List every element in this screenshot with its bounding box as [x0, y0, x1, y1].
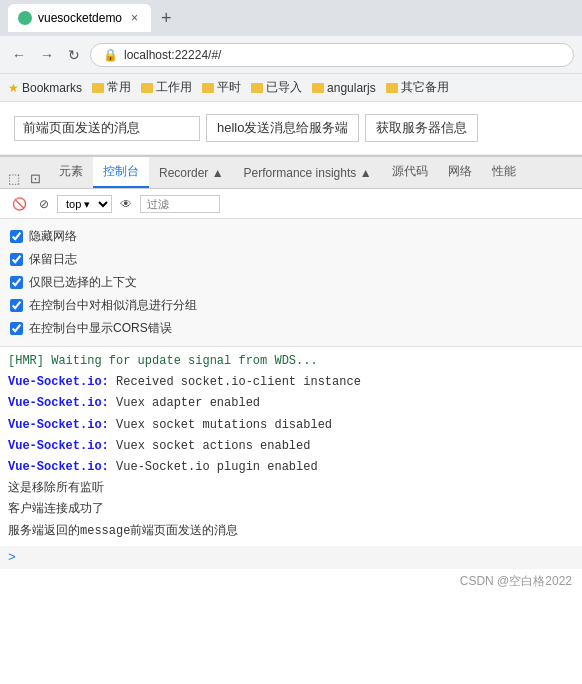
forward-button[interactable]: → — [36, 45, 58, 65]
bookmark-label-5: 其它备用 — [401, 79, 449, 96]
show-cors-label: 在控制台中显示CORS错误 — [29, 320, 172, 337]
selected-context-checkbox[interactable] — [10, 276, 23, 289]
get-server-info-button[interactable]: 获取服务器信息 — [365, 114, 478, 142]
folder-icon-0 — [92, 83, 104, 93]
folder-icon-3 — [251, 83, 263, 93]
bookmark-label-3: 已导入 — [266, 79, 302, 96]
bookmark-item-1[interactable]: 工作用 — [141, 79, 192, 96]
lock-icon: 🔒 — [103, 48, 118, 62]
devtools-left-icons: ⬚ ⊡ — [4, 169, 45, 188]
option-preserve-log: 保留日志 — [10, 248, 572, 271]
console-line-7: 客户端连接成功了 — [8, 499, 574, 520]
bookmark-item-2[interactable]: 平时 — [202, 79, 241, 96]
console-line-4: Vue-Socket.io: Vuex socket actions enabl… — [8, 436, 574, 457]
active-tab[interactable]: vuesocketdemo × — [8, 4, 151, 32]
context-selector[interactable]: top ▾ — [57, 195, 112, 213]
refresh-button[interactable]: ↻ — [64, 45, 84, 65]
folder-icon-5 — [386, 83, 398, 93]
console-line-8: 服务端返回的message前端页面发送的消息 — [8, 521, 574, 542]
folder-icon-4 — [312, 83, 324, 93]
address-bar[interactable]: 🔒 localhost:22224/#/ — [90, 43, 574, 67]
bookmarks-bar: ★ Bookmarks 常用 工作用 平时 已导入 angularjs 其它备用 — [0, 74, 582, 102]
filter-input[interactable] — [140, 195, 220, 213]
preserve-log-checkbox[interactable] — [10, 253, 23, 266]
devtools-panel: ⬚ ⊡ 元素 控制台 Recorder ▲ Performance insigh… — [0, 155, 582, 594]
folder-icon-2 — [202, 83, 214, 93]
console-line-2: Vue-Socket.io: Vuex adapter enabled — [8, 393, 574, 414]
tab-title: vuesocketdemo — [38, 11, 122, 25]
group-similar-label: 在控制台中对相似消息进行分组 — [29, 297, 197, 314]
bookmark-label-1: 工作用 — [156, 79, 192, 96]
tab-close-button[interactable]: × — [128, 10, 141, 26]
bookmark-label-2: 平时 — [217, 79, 241, 96]
show-cors-checkbox[interactable] — [10, 322, 23, 335]
page-content: hello发送消息给服务端 获取服务器信息 — [0, 102, 582, 155]
clear-console-button[interactable]: 🚫 — [8, 195, 31, 213]
send-message-button[interactable]: hello发送消息给服务端 — [206, 114, 359, 142]
tab-performance[interactable]: 性能 — [482, 157, 526, 188]
selected-context-label: 仅限已选择的上下文 — [29, 274, 137, 291]
new-tab-button[interactable]: + — [155, 6, 178, 31]
console-line-hmr: [HMR] Waiting for update signal from WDS… — [8, 351, 574, 372]
stop-button[interactable]: ⊘ — [35, 195, 53, 213]
console-output: [HMR] Waiting for update signal from WDS… — [0, 347, 582, 546]
bookmark-label-4: angularjs — [327, 81, 376, 95]
tab-strip: vuesocketdemo × + — [8, 4, 178, 32]
bookmark-item-3[interactable]: 已导入 — [251, 79, 302, 96]
tab-console[interactable]: 控制台 — [93, 157, 149, 188]
tab-performance-insights[interactable]: Performance insights ▲ — [234, 160, 382, 188]
hide-network-checkbox[interactable] — [10, 230, 23, 243]
tab-favicon — [18, 11, 32, 25]
tab-sources[interactable]: 源代码 — [382, 157, 438, 188]
options-panel: 隐藏网络 保留日志 仅限已选择的上下文 在控制台中对相似消息进行分组 在控制台中… — [0, 219, 582, 347]
devtools-console-toolbar: 🚫 ⊘ top ▾ 👁 — [0, 189, 582, 219]
bookmark-item-4[interactable]: angularjs — [312, 81, 376, 95]
bookmark-item-5[interactable]: 其它备用 — [386, 79, 449, 96]
option-selected-context: 仅限已选择的上下文 — [10, 271, 572, 294]
console-line-1: Vue-Socket.io: Received socket.io-client… — [8, 372, 574, 393]
group-similar-checkbox[interactable] — [10, 299, 23, 312]
option-show-cors: 在控制台中显示CORS错误 — [10, 317, 572, 340]
star-icon: ★ — [8, 81, 19, 95]
address-text: localhost:22224/#/ — [124, 48, 221, 62]
bookmark-item-0[interactable]: 常用 — [92, 79, 131, 96]
console-prompt[interactable]: > — [0, 546, 582, 569]
watermark: CSDN @空白格2022 — [0, 569, 582, 594]
option-hide-network: 隐藏网络 — [10, 225, 572, 248]
console-line-5: Vue-Socket.io: Vue-Socket.io plugin enab… — [8, 457, 574, 478]
folder-icon-1 — [141, 83, 153, 93]
tab-recorder[interactable]: Recorder ▲ — [149, 160, 234, 188]
tab-elements[interactable]: 元素 — [49, 157, 93, 188]
browser-titlebar: vuesocketdemo × + — [0, 0, 582, 36]
console-line-3: Vue-Socket.io: Vuex socket mutations dis… — [8, 415, 574, 436]
tab-network[interactable]: 网络 — [438, 157, 482, 188]
bookmark-label-0: 常用 — [107, 79, 131, 96]
back-button[interactable]: ← — [8, 45, 30, 65]
browser-toolbar: ← → ↻ 🔒 localhost:22224/#/ — [0, 36, 582, 74]
preserve-log-label: 保留日志 — [29, 251, 77, 268]
message-input[interactable] — [14, 116, 200, 141]
bookmarks-main[interactable]: ★ Bookmarks — [8, 81, 82, 95]
devtools-tabs: ⬚ ⊡ 元素 控制台 Recorder ▲ Performance insigh… — [0, 157, 582, 189]
bookmarks-label: Bookmarks — [22, 81, 82, 95]
page-controls: hello发送消息给服务端 获取服务器信息 — [14, 114, 568, 142]
device-toolbar-button[interactable]: ⊡ — [26, 169, 45, 188]
inspect-element-button[interactable]: ⬚ — [4, 169, 24, 188]
hide-network-label: 隐藏网络 — [29, 228, 77, 245]
option-group-similar: 在控制台中对相似消息进行分组 — [10, 294, 572, 317]
eye-button[interactable]: 👁 — [116, 195, 136, 213]
console-line-6: 这是移除所有监听 — [8, 478, 574, 499]
